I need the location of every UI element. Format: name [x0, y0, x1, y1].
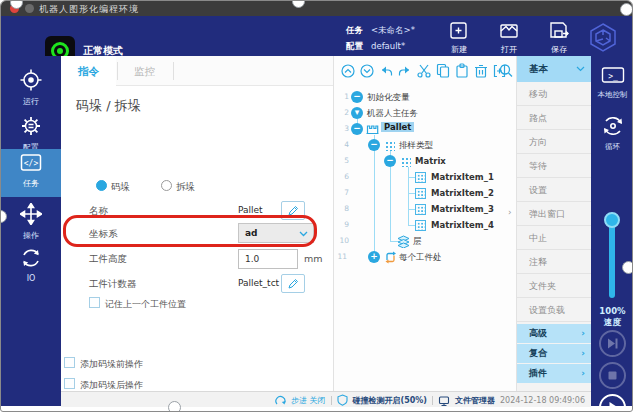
- titlebar: 机器人图形化编程环境: [1, 1, 633, 16]
- tree-row[interactable]: MatrixItem_4: [431, 220, 494, 230]
- tree-line-number: 1: [337, 92, 349, 101]
- left-sidebar: 运行 配置 </> 任务 操作 IO A2E2: [1, 56, 61, 406]
- speed-slider-handle[interactable]: [604, 212, 620, 228]
- menu-item-set[interactable]: 设置: [517, 178, 591, 202]
- radio-depalletize[interactable]: [161, 180, 172, 191]
- collision-shield-icon: [337, 394, 348, 406]
- tree-row[interactable]: 机器人主任务: [367, 108, 418, 120]
- tree-row-selected[interactable]: Pallet: [381, 122, 414, 132]
- pre-operation-checkbox[interactable]: [64, 357, 75, 368]
- tree-row[interactable]: 排样类型: [399, 140, 433, 152]
- collapse-icon[interactable]: −: [368, 139, 380, 151]
- code-window-icon: </>: [20, 153, 42, 173]
- save-button-label: 保存: [539, 44, 579, 55]
- workpiece-height-label: 工件高度: [89, 253, 127, 266]
- open-file-icon: [489, 22, 529, 40]
- tree-line-number: 8: [337, 204, 349, 213]
- expand-icon[interactable]: ▾: [351, 107, 363, 119]
- mode-dot: [57, 48, 63, 54]
- menu-item-payload[interactable]: 设置负载: [517, 298, 591, 322]
- app-window: 机器人图形化编程环境 正常模式 任务 <未命名>* 配置 default* 新建…: [0, 0, 633, 412]
- collapse-icon[interactable]: −: [351, 123, 363, 135]
- tree-row[interactable]: Matrix: [415, 156, 446, 166]
- remember-position-label[interactable]: 记住上一个工件位置: [105, 298, 186, 311]
- radio-palletize[interactable]: [96, 180, 107, 191]
- name-value: Pallet: [238, 205, 263, 215]
- remember-position-checkbox[interactable]: [89, 297, 100, 308]
- tree-row[interactable]: MatrixItem_3: [431, 204, 494, 214]
- pre-operation-label[interactable]: 添加码垛前操作: [80, 358, 143, 371]
- tree-line-number: 5: [337, 156, 349, 165]
- task-label: 任务: [346, 25, 363, 35]
- tab-instruction[interactable]: 指令: [61, 56, 116, 86]
- menu-group-composite[interactable]: 复合›: [517, 344, 591, 363]
- workpiece-counter-value: Pallet_tct: [238, 278, 279, 288]
- sidebar-item-task[interactable]: </> 任务: [1, 149, 61, 197]
- tree-connector: [374, 135, 375, 257]
- loop-mode-button[interactable]: 循环: [591, 114, 633, 152]
- step-button[interactable]: [599, 330, 626, 357]
- selection-handle: [168, 401, 181, 412]
- file-manager-link[interactable]: 文件管理器: [455, 395, 495, 406]
- tab-monitor[interactable]: 监控: [117, 56, 172, 86]
- new-button[interactable]: 新建: [439, 22, 479, 55]
- menu-item-popup[interactable]: 弹出窗口: [517, 202, 591, 226]
- tree-row[interactable]: MatrixItem_2: [431, 188, 494, 198]
- save-button[interactable]: 保存: [539, 22, 579, 55]
- sidebar-item-io[interactable]: IO: [1, 245, 61, 289]
- menu-group-basic[interactable]: 基本: [517, 56, 591, 82]
- config-label: 配置: [346, 41, 363, 51]
- minimize-icon[interactable]: [25, 4, 34, 13]
- workpiece-height-input[interactable]: 1.0: [238, 249, 298, 269]
- collision-status[interactable]: 碰撞检测开启(50%): [353, 395, 427, 406]
- tree-row[interactable]: 初始化变量: [367, 92, 410, 104]
- speed-slider-track[interactable]: [609, 216, 615, 298]
- menu-group-advanced[interactable]: 高级›: [517, 324, 591, 343]
- tab-separator: [117, 62, 118, 80]
- counter-edit-button[interactable]: [281, 274, 305, 293]
- step-status[interactable]: 步进 关闭: [291, 395, 326, 406]
- local-control-label: 本地控制: [591, 90, 633, 100]
- variable-bracket-icon: [495, 66, 505, 77]
- panel-collapse-chevron[interactable]: ›: [508, 207, 512, 217]
- new-file-icon: [439, 22, 479, 40]
- play-button[interactable]: [599, 394, 626, 412]
- menu-item-waypoint[interactable]: 路点: [517, 106, 591, 130]
- local-control-button[interactable]: >_ 本地控制: [591, 66, 633, 100]
- menu-item-move[interactable]: 移动: [517, 82, 591, 106]
- cut-icon: [418, 65, 430, 77]
- expand-plus-icon[interactable]: +: [368, 251, 380, 263]
- chevron-right-icon: ›: [581, 344, 585, 363]
- sidebar-item-run-label: 运行: [1, 96, 61, 107]
- tree-line-number: 3: [337, 124, 349, 133]
- sidebar-item-operate-label: 操作: [1, 230, 61, 241]
- tree-connector: [408, 167, 409, 225]
- chevron-right-icon: ›: [581, 324, 585, 343]
- tree-row[interactable]: MatrixItem_1: [431, 172, 494, 182]
- open-button[interactable]: 打开: [489, 22, 529, 55]
- collapse-icon[interactable]: −: [384, 155, 396, 167]
- collapse-icon[interactable]: −: [351, 91, 363, 103]
- sidebar-item-operate[interactable]: 操作: [1, 201, 61, 245]
- layout-type-icon: [384, 140, 395, 151]
- menu-item-comment[interactable]: 注释: [517, 250, 591, 274]
- status-time: 2024-12-18 09:49:06: [500, 396, 585, 405]
- menu-item-folder[interactable]: 文件夹: [517, 274, 591, 298]
- annotation-highlight: [63, 215, 317, 247]
- menu-group-plugin[interactable]: 插件›: [517, 364, 591, 383]
- post-operation-checkbox[interactable]: [64, 378, 75, 389]
- radio-depalletize-label[interactable]: 拆垛: [176, 181, 195, 194]
- instruction-menu-panel: 基本 移动 路点 方向 等待 设置 弹出窗口 中止 注释 文件夹 设置负载 高级…: [517, 56, 591, 391]
- menu-item-direction[interactable]: 方向: [517, 130, 591, 154]
- tree-row[interactable]: 每个工件处: [399, 252, 442, 264]
- move-arrows-icon: [20, 203, 42, 225]
- svg-text:>_: >_: [608, 72, 618, 81]
- radio-palletize-label[interactable]: 码垛: [111, 181, 130, 194]
- tree-line-number: 10: [337, 236, 349, 245]
- menu-item-abort[interactable]: 中止: [517, 226, 591, 250]
- status-bar: 步进 关闭 碰撞检测开启(50%) 文件管理器 2024-12-18 09:49…: [61, 391, 591, 407]
- menu-item-wait[interactable]: 等待: [517, 154, 591, 178]
- stop-button[interactable]: [599, 362, 626, 389]
- tree-row[interactable]: 层: [413, 236, 422, 248]
- sidebar-item-run[interactable]: 运行: [1, 67, 61, 111]
